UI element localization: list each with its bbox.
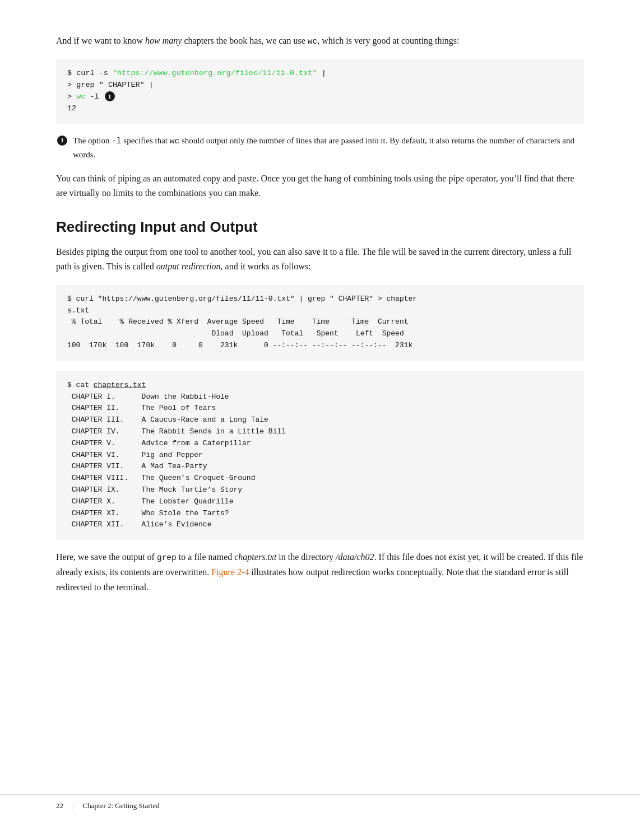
footer: 22 | Chapter 2: Getting Started: [0, 794, 640, 812]
output-12: 12: [67, 104, 76, 113]
prompt-2: > grep " CHAPTER" |: [67, 81, 154, 89]
code-line-2: > grep " CHAPTER" |: [67, 80, 573, 91]
footer-chapter: Chapter 2: Getting Started: [83, 800, 160, 812]
grep-code-closing: grep: [157, 553, 177, 562]
wc-cmd: wc: [76, 92, 85, 101]
wc-code-inline: wc: [170, 137, 179, 146]
piping-paragraph: You can think of piping as an automated …: [56, 171, 584, 201]
callout-text-1: The option -l specifies that wc should o…: [73, 134, 584, 161]
code-line-1: $ curl -s "https://www.gutenberg.org/fil…: [67, 68, 573, 80]
output-redirection-italic: output redirection: [156, 262, 221, 271]
redirect-paragraph: Besides piping the output from one tool …: [56, 245, 584, 274]
code-block-3: $ cat chapters.txt CHAPTER I. Down the R…: [56, 371, 584, 540]
intro-italic: how many: [145, 36, 182, 45]
pipe-1: |: [317, 69, 326, 77]
section-heading-redirect: Redirecting Input and Output: [56, 218, 584, 236]
intro-wc-code: wc: [308, 37, 317, 46]
footer-page-num: 22: [56, 800, 63, 812]
chapters-txt-italic: chapters.txt: [234, 552, 276, 562]
figure-2-4-link[interactable]: Figure 2-4: [211, 567, 249, 577]
code-line-3: > wc -l 1: [67, 91, 573, 103]
intro-paragraph: And if we want to know how many chapters…: [56, 34, 584, 49]
page: And if we want to know how many chapters…: [0, 0, 640, 840]
closing-paragraph: Here, we save the output of grep to a fi…: [56, 550, 584, 595]
code-block-2: $ curl "https://www.gutenberg.org/files/…: [56, 284, 584, 361]
code-output-1: 12: [67, 103, 573, 115]
data-ch02-italic: /data/ch02: [336, 552, 374, 562]
callout-num-1: 1: [57, 136, 67, 146]
url-1: "https://www.gutenberg.org/files/11/11-0…: [113, 69, 317, 77]
callout-block-1: 1 The option -l specifies that wc should…: [56, 134, 584, 161]
flag-l-code: -l: [112, 137, 121, 146]
callout-marker-1: 1: [105, 91, 115, 101]
wc-flags: -l: [85, 92, 103, 101]
footer-separator: |: [72, 800, 74, 812]
prompt-3: >: [67, 92, 76, 101]
code-block-1: $ curl -s "https://www.gutenberg.org/fil…: [56, 59, 584, 124]
prompt-1: $ curl -s: [67, 69, 113, 77]
